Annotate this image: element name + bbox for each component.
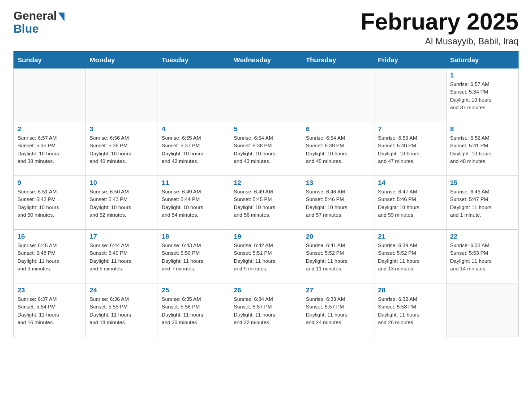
calendar-cell (230, 68, 302, 122)
calendar-cell: 19Sunrise: 6:42 AMSunset: 5:51 PMDayligh… (230, 230, 302, 283)
calendar-cell: 23Sunrise: 6:37 AMSunset: 5:54 PMDayligh… (14, 283, 86, 337)
page-header: General Blue February 2025 Al Musayyib, … (13, 9, 519, 47)
calendar-cell: 17Sunrise: 6:44 AMSunset: 5:49 PMDayligh… (86, 230, 158, 283)
calendar-cell: 12Sunrise: 6:49 AMSunset: 5:45 PMDayligh… (230, 176, 302, 230)
weekday-header-tuesday: Tuesday (158, 51, 230, 68)
calendar-cell: 24Sunrise: 6:36 AMSunset: 5:55 PMDayligh… (86, 283, 158, 337)
calendar-week-row: 23Sunrise: 6:37 AMSunset: 5:54 PMDayligh… (14, 283, 519, 337)
day-number: 4 (162, 125, 226, 133)
day-number: 5 (234, 125, 298, 133)
calendar-cell: 26Sunrise: 6:34 AMSunset: 5:57 PMDayligh… (230, 283, 302, 337)
day-info: Sunrise: 6:43 AMSunset: 5:50 PMDaylight:… (162, 242, 226, 273)
calendar-cell: 16Sunrise: 6:45 AMSunset: 5:48 PMDayligh… (14, 230, 86, 283)
day-info: Sunrise: 6:48 AMSunset: 5:46 PMDaylight:… (306, 188, 370, 219)
day-number: 1 (450, 71, 515, 79)
logo-arrow-icon (58, 13, 64, 21)
day-number: 17 (90, 232, 154, 240)
calendar-cell: 22Sunrise: 6:38 AMSunset: 5:53 PMDayligh… (446, 230, 519, 283)
calendar-cell (14, 68, 86, 122)
day-number: 10 (90, 179, 154, 186)
day-number: 18 (162, 232, 226, 240)
logo-general-text: General (13, 9, 57, 23)
day-info: Sunrise: 6:36 AMSunset: 5:55 PMDaylight:… (90, 295, 154, 326)
day-info: Sunrise: 6:46 AMSunset: 5:47 PMDaylight:… (450, 188, 515, 219)
calendar-week-row: 16Sunrise: 6:45 AMSunset: 5:48 PMDayligh… (14, 230, 519, 283)
day-number: 26 (234, 286, 298, 294)
day-info: Sunrise: 6:38 AMSunset: 5:53 PMDaylight:… (450, 242, 515, 273)
weekday-header-monday: Monday (86, 51, 158, 68)
calendar-week-row: 2Sunrise: 6:57 AMSunset: 5:35 PMDaylight… (14, 122, 519, 176)
calendar-cell: 18Sunrise: 6:43 AMSunset: 5:50 PMDayligh… (158, 230, 230, 283)
location-subtitle: Al Musayyib, Babil, Iraq (360, 36, 519, 47)
calendar-cell (158, 68, 230, 122)
day-info: Sunrise: 6:39 AMSunset: 5:52 PMDaylight:… (378, 242, 442, 273)
calendar-cell: 4Sunrise: 6:55 AMSunset: 5:37 PMDaylight… (158, 122, 230, 176)
day-info: Sunrise: 6:55 AMSunset: 5:37 PMDaylight:… (162, 134, 226, 165)
day-number: 7 (378, 125, 442, 133)
calendar-cell: 1Sunrise: 6:57 AMSunset: 5:34 PMDaylight… (446, 68, 519, 122)
calendar-cell: 28Sunrise: 6:32 AMSunset: 5:58 PMDayligh… (374, 283, 446, 337)
day-number: 15 (450, 179, 515, 186)
weekday-header-saturday: Saturday (446, 51, 519, 68)
day-info: Sunrise: 6:52 AMSunset: 5:41 PMDaylight:… (450, 134, 515, 165)
weekday-header-wednesday: Wednesday (230, 51, 302, 68)
day-number: 14 (378, 179, 442, 186)
logo-blue-text: Blue (13, 22, 39, 36)
day-info: Sunrise: 6:34 AMSunset: 5:57 PMDaylight:… (234, 295, 298, 326)
weekday-header-friday: Friday (374, 51, 446, 68)
calendar-cell (446, 283, 519, 337)
calendar-cell: 9Sunrise: 6:51 AMSunset: 5:42 PMDaylight… (14, 176, 86, 230)
day-number: 25 (162, 286, 226, 294)
calendar-header: SundayMondayTuesdayWednesdayThursdayFrid… (14, 51, 519, 68)
day-number: 19 (234, 232, 298, 240)
day-info: Sunrise: 6:56 AMSunset: 5:36 PMDaylight:… (90, 134, 154, 165)
day-info: Sunrise: 6:33 AMSunset: 5:57 PMDaylight:… (306, 295, 370, 326)
calendar-cell: 2Sunrise: 6:57 AMSunset: 5:35 PMDaylight… (14, 122, 86, 176)
day-info: Sunrise: 6:50 AMSunset: 5:43 PMDaylight:… (90, 188, 154, 219)
calendar-week-row: 1Sunrise: 6:57 AMSunset: 5:34 PMDaylight… (14, 68, 519, 122)
day-number: 21 (378, 232, 442, 240)
day-number: 12 (234, 179, 298, 186)
month-title: February 2025 (360, 9, 519, 34)
day-number: 2 (17, 125, 82, 133)
day-number: 6 (306, 125, 370, 133)
calendar-body: 1Sunrise: 6:57 AMSunset: 5:34 PMDaylight… (14, 68, 519, 337)
calendar-cell: 20Sunrise: 6:41 AMSunset: 5:52 PMDayligh… (302, 230, 374, 283)
calendar-table: SundayMondayTuesdayWednesdayThursdayFrid… (13, 51, 519, 337)
day-info: Sunrise: 6:57 AMSunset: 5:34 PMDaylight:… (450, 81, 515, 111)
calendar-cell (302, 68, 374, 122)
calendar-cell (374, 68, 446, 122)
logo: General Blue (13, 9, 64, 36)
title-section: February 2025 Al Musayyib, Babil, Iraq (360, 9, 519, 47)
calendar-cell: 15Sunrise: 6:46 AMSunset: 5:47 PMDayligh… (446, 176, 519, 230)
day-number: 20 (306, 232, 370, 240)
calendar-cell: 6Sunrise: 6:54 AMSunset: 5:39 PMDaylight… (302, 122, 374, 176)
day-info: Sunrise: 6:51 AMSunset: 5:42 PMDaylight:… (17, 188, 82, 219)
calendar-cell: 21Sunrise: 6:39 AMSunset: 5:52 PMDayligh… (374, 230, 446, 283)
day-number: 3 (90, 125, 154, 133)
calendar-cell (86, 68, 158, 122)
day-info: Sunrise: 6:32 AMSunset: 5:58 PMDaylight:… (378, 295, 442, 326)
calendar-week-row: 9Sunrise: 6:51 AMSunset: 5:42 PMDaylight… (14, 176, 519, 230)
calendar-cell: 10Sunrise: 6:50 AMSunset: 5:43 PMDayligh… (86, 176, 158, 230)
day-number: 11 (162, 179, 226, 186)
calendar-cell: 13Sunrise: 6:48 AMSunset: 5:46 PMDayligh… (302, 176, 374, 230)
day-info: Sunrise: 6:54 AMSunset: 5:39 PMDaylight:… (306, 134, 370, 165)
day-number: 9 (17, 179, 82, 186)
weekday-header-row: SundayMondayTuesdayWednesdayThursdayFrid… (14, 51, 519, 68)
day-number: 27 (306, 286, 370, 294)
weekday-header-thursday: Thursday (302, 51, 374, 68)
calendar-cell: 3Sunrise: 6:56 AMSunset: 5:36 PMDaylight… (86, 122, 158, 176)
day-info: Sunrise: 6:45 AMSunset: 5:48 PMDaylight:… (17, 242, 82, 273)
calendar-cell: 7Sunrise: 6:53 AMSunset: 5:40 PMDaylight… (374, 122, 446, 176)
day-number: 8 (450, 125, 515, 133)
day-info: Sunrise: 6:44 AMSunset: 5:49 PMDaylight:… (90, 242, 154, 273)
calendar-cell: 8Sunrise: 6:52 AMSunset: 5:41 PMDaylight… (446, 122, 519, 176)
day-info: Sunrise: 6:53 AMSunset: 5:40 PMDaylight:… (378, 134, 442, 165)
calendar-cell: 27Sunrise: 6:33 AMSunset: 5:57 PMDayligh… (302, 283, 374, 337)
day-number: 24 (90, 286, 154, 294)
day-info: Sunrise: 6:41 AMSunset: 5:52 PMDaylight:… (306, 242, 370, 273)
day-info: Sunrise: 6:54 AMSunset: 5:38 PMDaylight:… (234, 134, 298, 165)
day-number: 16 (17, 232, 82, 240)
calendar-cell: 25Sunrise: 6:35 AMSunset: 5:56 PMDayligh… (158, 283, 230, 337)
